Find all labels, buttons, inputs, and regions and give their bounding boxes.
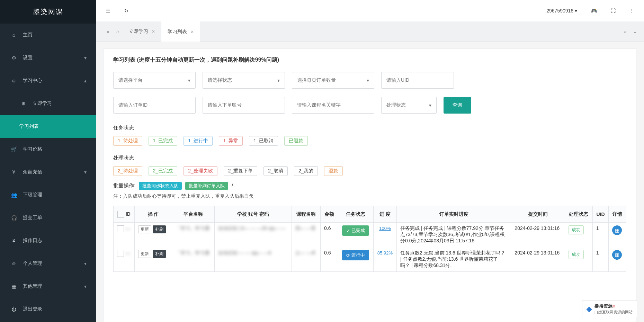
- close-icon[interactable]: ✕: [190, 29, 194, 34]
- yen-icon: ¥: [10, 238, 18, 243]
- tag-pending[interactable]: 1_待处理: [113, 136, 142, 146]
- sidebar-item-home[interactable]: ⌂ 主页: [0, 24, 96, 46]
- tag-complete[interactable]: 1_已完成: [149, 136, 178, 146]
- content: 学习列表 (进度十五分钟自动更新一次，遇到问题补刷解决99%问题) 请选择平台▾…: [103, 48, 636, 322]
- sidebar-item-ticket[interactable]: 🎧 提交工单: [0, 206, 96, 229]
- sidebar-item-study-center[interactable]: ☺ 学习中心 ▴: [0, 69, 96, 92]
- tag-fail[interactable]: 2_处理失败: [184, 166, 217, 176]
- chevron-down-icon: ▾: [84, 55, 87, 61]
- sidebar-item-label: 提交工单: [23, 215, 42, 221]
- sidebar-item-personal[interactable]: ☺ 个人管理 ▾: [0, 252, 96, 275]
- task-status-badge: ⟳进行中: [342, 250, 369, 260]
- table-row: — 更新补刷 「学习」学习通 自动识别 — — sjq— —6 公— —术 0.…: [114, 247, 626, 272]
- select-proc[interactable]: 处理状态▾: [381, 97, 437, 114]
- sidebar-item-subordinate[interactable]: 👥 下级管理: [0, 184, 96, 206]
- watermark-sub: 白嫖互联网资源的网站: [594, 310, 633, 314]
- sidebar-item-label: 操作日志: [23, 238, 42, 244]
- sidebar-item-label: 学习价格: [23, 146, 42, 152]
- tabs-dropdown-icon[interactable]: ⌄: [633, 29, 637, 34]
- watermark: ◆ 撸撸资源® 白嫖互联网资源的网站: [582, 301, 637, 317]
- user-icon: ☺: [10, 261, 18, 266]
- sidebar-item-label: 设置: [23, 55, 33, 61]
- select-perpage[interactable]: 选择每页订单数量▾: [292, 72, 374, 89]
- refresh-button[interactable]: 补刷: [153, 250, 166, 258]
- select-all-checkbox[interactable]: [117, 211, 124, 218]
- tag-mine[interactable]: 2_我的: [294, 166, 318, 176]
- account-input[interactable]: 请输入下单账号: [203, 97, 285, 114]
- sidebar-item-logout[interactable]: ⏻ 退出登录: [0, 298, 96, 321]
- uid-input[interactable]: 请输入UID: [381, 72, 454, 89]
- tabs-next-icon[interactable]: »: [624, 29, 627, 34]
- sidebar-item-log[interactable]: ¥ 操作日志: [0, 229, 96, 252]
- school-cell: 自动识别 13— — —28 sjq— —: [218, 225, 286, 231]
- refresh-button[interactable]: 补刷: [153, 225, 166, 233]
- more-icon[interactable]: ⋮: [629, 8, 634, 14]
- update-button[interactable]: 更新: [138, 250, 151, 258]
- dashboard-icon[interactable]: 🎮: [591, 8, 597, 14]
- tag-cancelled[interactable]: 1_已取消: [249, 136, 278, 146]
- tab-study-now[interactable]: 立即学习 ✕: [123, 21, 161, 42]
- user-id-dropdown[interactable]: 2967590916 ▾: [546, 8, 577, 14]
- detail-button[interactable]: ▦: [612, 225, 622, 235]
- yen-icon: ¥: [10, 169, 18, 175]
- fullscreen-icon[interactable]: ⛶: [611, 8, 616, 14]
- sidebar-item-settings[interactable]: ⚙ 设置 ▾: [0, 46, 96, 69]
- chevron-down-icon: ▾: [429, 102, 431, 108]
- tag-refund2[interactable]: 退款: [324, 166, 343, 176]
- sidebar-item-study-list[interactable]: 学习列表: [0, 115, 96, 138]
- close-icon[interactable]: ✕: [152, 29, 155, 34]
- menu-toggle-icon[interactable]: ☰: [106, 8, 110, 14]
- batch-sep: /: [232, 182, 233, 190]
- sidebar-item-other[interactable]: ▦ 其他管理 ▾: [0, 275, 96, 298]
- watermark-brand: 撸撸资源: [594, 303, 612, 308]
- sidebar-item-price[interactable]: 🛒 学习价格: [0, 138, 96, 161]
- chevron-down-icon: ▾: [84, 261, 87, 266]
- users-icon: 👥: [10, 192, 18, 198]
- school-cell: 自动识别 — — sjq— —6: [218, 250, 271, 256]
- tag-duplicate[interactable]: 2_重复下单: [224, 166, 258, 176]
- sidebar-item-recharge[interactable]: ¥ 余额充值 ▾: [0, 161, 96, 184]
- platform-cell: 「学习」学习通: [176, 250, 209, 256]
- tab-label: 学习列表: [168, 29, 187, 35]
- sidebar-item-label: 退出登录: [23, 306, 42, 312]
- home-icon: ⌂: [10, 32, 18, 38]
- app-title: 墨染网课: [0, 0, 96, 24]
- row-checkbox[interactable]: [117, 250, 124, 257]
- update-button[interactable]: 更新: [138, 225, 151, 233]
- tag-error[interactable]: 1_异常: [219, 136, 243, 146]
- proc-status-label: 处理状态: [104, 149, 636, 165]
- sidebar-item-study-now[interactable]: ⊕ 立即学习: [0, 92, 96, 115]
- chevron-down-icon: ▾: [84, 169, 87, 175]
- batch-label: 批量操作:: [113, 182, 135, 188]
- page-title: 学习列表 (进度十五分钟自动更新一次，遇到问题补刷解决99%问题): [104, 51, 636, 69]
- tag-complete2[interactable]: 2_已完成: [149, 166, 178, 176]
- home-tab-icon[interactable]: ⌂: [113, 29, 123, 34]
- progress-link[interactable]: 85.92%: [377, 250, 393, 256]
- select-status[interactable]: 请选择状态▾: [203, 72, 285, 89]
- sidebar-item-label: 其他管理: [23, 283, 42, 289]
- detail-button[interactable]: ▦: [612, 250, 622, 260]
- tab-study-list[interactable]: 学习列表 ✕: [161, 21, 200, 42]
- proc-status-badge: 成功: [569, 225, 584, 234]
- tag-pending2[interactable]: 2_待处理: [113, 166, 142, 176]
- table-row: — 更新补刷 「学习」学习通 自动识别 13— — —28 sjq— — 四— …: [114, 223, 626, 247]
- chevron-down-icon: ▾: [188, 78, 190, 83]
- row-checkbox[interactable]: [117, 225, 124, 232]
- select-platform[interactable]: 请选择平台▾: [113, 72, 196, 89]
- tag-refunded[interactable]: 已退款: [284, 136, 308, 146]
- uid-cell: 1: [592, 223, 609, 247]
- sidebar-item-label: 个人管理: [23, 260, 42, 267]
- batch-sync-button[interactable]: 批量同步状态入队: [139, 182, 182, 190]
- refresh-icon[interactable]: ↻: [124, 8, 128, 14]
- orders-table: ID 操 作 平台名称 学校 账号 密码 课程名称 金额 任务状态 进 度 订单…: [113, 206, 626, 272]
- course-input[interactable]: 请输入课程名关键字: [292, 97, 374, 114]
- time-cell: 2024-02-29 13:01:16: [511, 223, 565, 247]
- batch-refresh-button[interactable]: 批量补刷订单入队: [185, 182, 228, 190]
- tabs-prev-icon[interactable]: «: [103, 29, 113, 34]
- cart-icon: 🛒: [10, 146, 18, 152]
- tag-cancel2[interactable]: 2_取消: [263, 166, 288, 176]
- orderid-input[interactable]: 请输入订单ID: [113, 97, 196, 114]
- progress-link[interactable]: 100%: [379, 226, 391, 231]
- tag-progress[interactable]: 1_进行中: [184, 136, 213, 146]
- query-button[interactable]: 查询: [444, 97, 471, 114]
